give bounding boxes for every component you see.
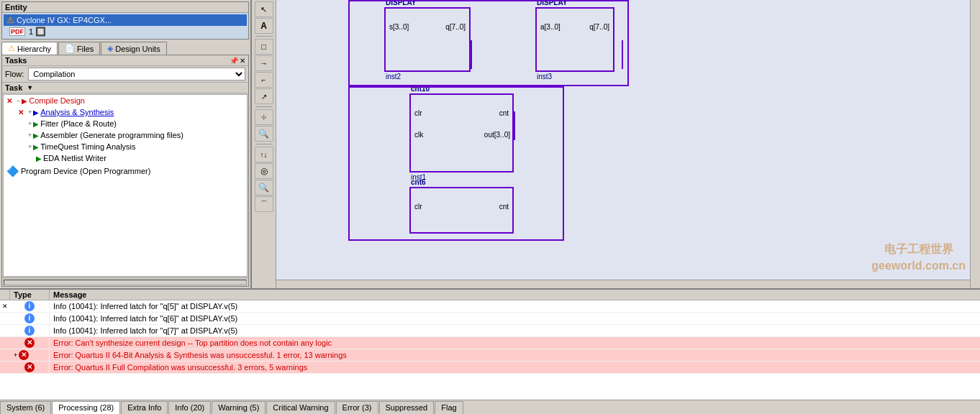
compile-play-icon: ▶ <box>22 97 27 105</box>
analysis-label[interactable]: Analysis & Synthesis <box>40 108 114 116</box>
timequest-expand-icon[interactable]: + <box>28 143 32 150</box>
hierarchy-label: Hierarchy <box>17 45 51 53</box>
task-item-analysis[interactable]: ✕ + ▶ Analysis & Synthesis <box>4 106 247 118</box>
tab-files[interactable]: 📄 Files <box>58 42 100 55</box>
msg-row-error1[interactable]: ✕ Error: Can't synthesize current design… <box>0 337 980 349</box>
msg-row-type-2: i <box>10 313 50 324</box>
msg-row-close-e2 <box>0 354 10 356</box>
msg-row-text-e3: Error: Quartus II Full Compilation was u… <box>50 362 980 372</box>
analysis-expand-icon[interactable]: + <box>28 109 32 116</box>
entity-sub-num: 1 <box>29 27 33 36</box>
canvas-area[interactable]: DISPLAY s[3..0] q[7..0] inst2 DISPLAY a[… <box>276 0 980 288</box>
left-horiz-scroll[interactable] <box>2 277 248 286</box>
program-label[interactable]: Program Device (Open Programmer) <box>21 167 150 175</box>
assembler-expand-icon[interactable]: + <box>28 132 32 139</box>
entity-row[interactable]: ⚠ Cyclone IV GX: EP4CGX... <box>4 14 247 26</box>
error-expand-icon[interactable]: + <box>14 351 17 359</box>
toolbar-btn-text[interactable]: A <box>255 18 273 34</box>
tab-design-units[interactable]: ◈ Design Units <box>101 42 166 55</box>
component-inst-cnt6-port-clr: clr <box>414 203 422 211</box>
close-tasks-icon[interactable]: ✕ <box>240 57 245 65</box>
tab-warning[interactable]: Warning (5) <box>212 401 266 414</box>
pin-icon[interactable]: 📌 <box>230 57 238 65</box>
component-inst1-port-clk: clk <box>414 131 423 139</box>
compile-expand-icon[interactable]: − <box>17 97 20 104</box>
task-list: ✕ − ▶ Compile Design ✕ + ▶ Analysis & Sy… <box>3 94 248 277</box>
entity-section: Entity ⚠ Cyclone IV GX: EP4CGX... PDF 1 … <box>1 1 249 40</box>
component-inst3-port-a: a[3..0] <box>540 23 561 31</box>
msg-row-close-e3 <box>0 367 10 368</box>
tab-error[interactable]: Error (3) <box>336 401 378 414</box>
hierarchy-icon: ⚠ <box>8 44 15 53</box>
msg-row-text-3: Info (10041): Inferred latch for "q[7]" … <box>50 326 980 336</box>
toolbar-btn-select[interactable]: ↖ <box>255 1 273 17</box>
wire-2 <box>622 40 623 69</box>
component-inst-cnt6[interactable]: cnt6 clr cnt <box>409 187 514 234</box>
msg-row-close-2 <box>0 318 10 319</box>
tab-flag[interactable]: Flag <box>435 401 463 414</box>
tab-hierarchy[interactable]: ⚠ Hierarchy <box>1 42 58 55</box>
msg-row-close-1[interactable]: ✕ <box>0 302 10 310</box>
msg-row-info1: ✕ i Info (10041): Inferred latch for "q[… <box>0 300 980 313</box>
task-item-program[interactable]: 🔷 Program Device (Open Programmer) <box>4 164 247 178</box>
tasks-header-label: Tasks <box>5 56 27 65</box>
canvas-bottom-scrollbar[interactable] <box>276 280 970 288</box>
task-item-compile[interactable]: ✕ − ▶ Compile Design <box>4 95 247 106</box>
msg-row-text-e1: Error: Can't synthesize current design -… <box>50 338 980 348</box>
tasks-section: Tasks 📌 ✕ Flow: Compilation Task ▼ <box>1 55 249 287</box>
msg-row-text-1: Info (10041): Inferred latch for "q[5]" … <box>50 301 980 311</box>
toolbar-btn-arc[interactable]: ⌒ <box>255 196 273 212</box>
toolbar-btn-up[interactable]: ↑↓ <box>255 147 273 162</box>
task-sort-icon: ▼ <box>27 84 33 91</box>
compile-label[interactable]: Compile Design <box>29 96 85 105</box>
toolbar-sep-1 <box>255 36 273 37</box>
eda-label[interactable]: EDA Netlist Writer <box>43 154 106 162</box>
component-inst3[interactable]: DISPLAY a[3..0] q[7..0] inst3 <box>535 7 614 72</box>
fitter-label[interactable]: Fitter (Place & Route) <box>40 119 117 128</box>
files-icon: 📄 <box>65 44 75 53</box>
eda-play-icon: ▶ <box>36 155 42 162</box>
assembler-label[interactable]: Assembler (Generate programming files) <box>40 131 183 139</box>
toolbar-btn-split[interactable]: ↗ <box>255 88 273 104</box>
toolbar-btn-circle[interactable]: ◎ <box>255 163 273 179</box>
toolbar-btn-rect[interactable]: □ <box>255 39 273 55</box>
entity-header: Entity <box>2 2 248 13</box>
toolbar-btn-corner[interactable]: ⌐ <box>255 72 273 88</box>
timequest-label[interactable]: TimeQuest Timing Analysis <box>40 142 135 151</box>
msg-row-error2: + ✕ Error: Quartus II 64-Bit Analysis & … <box>0 349 980 362</box>
canvas-right-scrollbar[interactable] <box>970 0 980 288</box>
toolbar-btn-zoom-in[interactable]: 🔍 <box>255 126 273 142</box>
component-inst2-label: DISPLAY <box>386 0 416 6</box>
component-inst1-label: cnt10 <box>411 85 430 93</box>
task-item-eda[interactable]: ▶ EDA Netlist Writer <box>4 152 247 164</box>
toolbar-btn-search[interactable]: 🔍 <box>255 180 273 196</box>
msg-row-type-e3: ✕ <box>10 362 50 373</box>
msg-row-text-2: Info (10041): Inferred latch for "q[6]" … <box>50 313 980 323</box>
tab-system[interactable]: System (6) <box>0 401 51 414</box>
info-icon-1: i <box>24 301 35 311</box>
task-item-assembler[interactable]: + ▶ Assembler (Generate programming file… <box>4 129 247 141</box>
flow-label: Flow: <box>5 70 24 78</box>
msg-row-text-e2: Error: Quartus II 64-Bit Analysis & Synt… <box>50 350 980 360</box>
msg-table-header: Type Message <box>0 290 980 300</box>
tab-extra-info[interactable]: Extra Info <box>121 401 168 414</box>
component-inst1-port-clr: clr <box>414 109 422 117</box>
component-inst1[interactable]: cnt10 clr cnt clk out[3..0] inst1 <box>409 93 514 172</box>
tab-processing[interactable]: Processing (28) <box>52 401 120 414</box>
tab-suppressed[interactable]: Suppressed <box>379 401 435 414</box>
program-icon: 🔷 <box>6 165 19 177</box>
toolbar-btn-zoom-region[interactable]: ⊹ <box>255 109 273 125</box>
tab-critical-warning[interactable]: Critical Warning <box>266 401 335 414</box>
task-item-timequest[interactable]: + ▶ TimeQuest Timing Analysis <box>4 141 247 152</box>
design-units-icon: ◈ <box>107 44 113 53</box>
msg-row-close-e1 <box>0 342 10 344</box>
toolbar-btn-line[interactable]: → <box>255 55 273 71</box>
timequest-play-icon: ▶ <box>33 143 39 151</box>
task-item-fitter[interactable]: + ▶ Fitter (Place & Route) <box>4 118 247 129</box>
tab-info[interactable]: Info (20) <box>168 401 211 414</box>
component-inst2[interactable]: DISPLAY s[3..0] q[7..0] inst2 <box>384 7 471 72</box>
flow-select[interactable]: Compilation <box>28 68 245 80</box>
fitter-expand-icon[interactable]: + <box>28 120 32 127</box>
task-subheader: Task ▼ <box>2 83 248 93</box>
component-inst2-inst-label: inst2 <box>386 73 401 80</box>
